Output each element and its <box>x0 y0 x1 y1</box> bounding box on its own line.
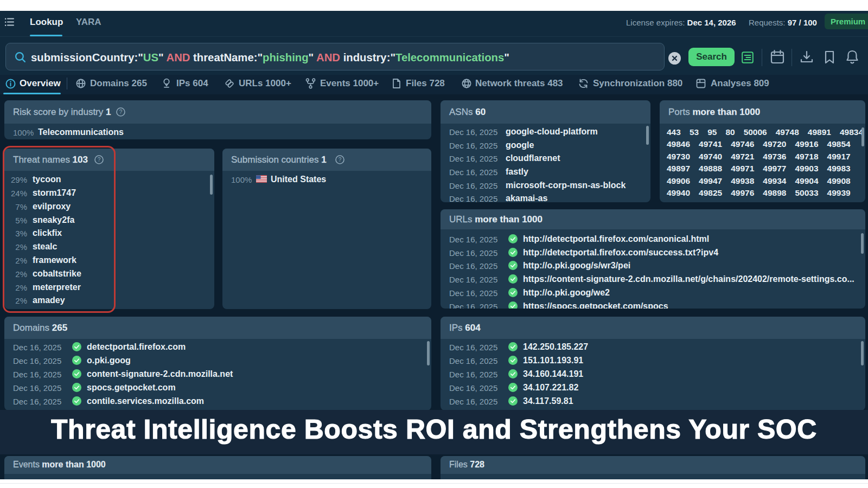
svg-text:?: ? <box>119 109 123 115</box>
svg-text:?: ? <box>339 157 342 163</box>
